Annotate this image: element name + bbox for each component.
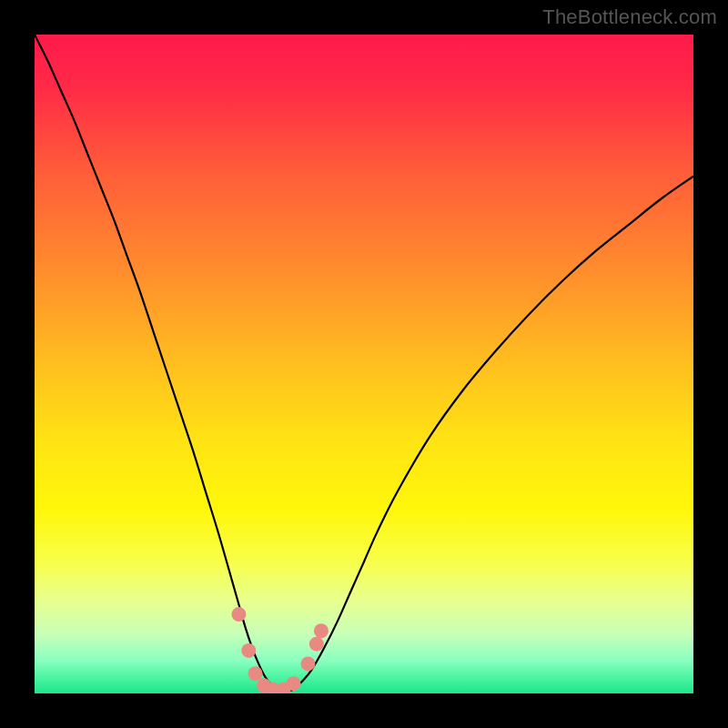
highlight-point	[287, 676, 301, 691]
chart-svg	[35, 35, 693, 693]
plot-area	[35, 35, 693, 693]
highlight-point	[241, 643, 256, 658]
highlight-point	[231, 607, 246, 622]
highlight-point	[309, 637, 324, 652]
chart-frame: TheBottleneck.com	[0, 0, 728, 728]
highlight-point	[300, 656, 315, 671]
chart-background	[35, 35, 693, 693]
highlight-point	[248, 666, 263, 681]
highlight-point	[314, 623, 329, 638]
watermark-text: TheBottleneck.com	[542, 5, 717, 29]
